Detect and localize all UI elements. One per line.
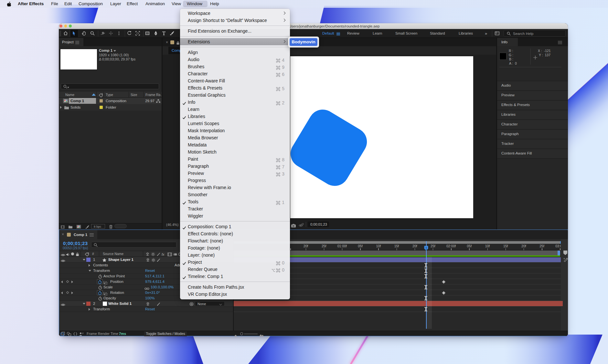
svg-text:fx: fx: [162, 252, 165, 256]
svg-text:8 bpc: 8 bpc: [94, 225, 101, 228]
